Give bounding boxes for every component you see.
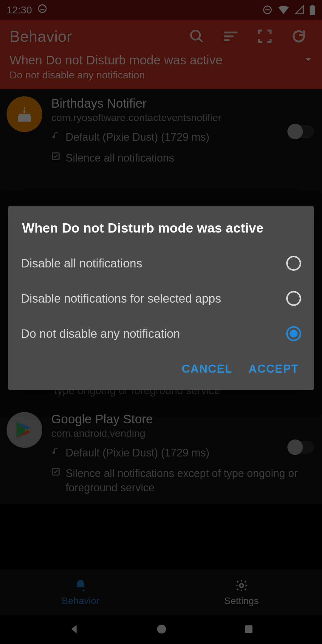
radio-unselected-icon [286, 256, 301, 271]
option-disable-all[interactable]: Disable all notifications [8, 246, 314, 281]
radio-selected-icon [286, 326, 301, 341]
accept-button[interactable]: ACCEPT [249, 363, 299, 375]
dnd-dialog: When Do not Disturb mode was active Disa… [8, 206, 314, 390]
cancel-button[interactable]: CANCEL [182, 363, 232, 375]
radio-unselected-icon [286, 291, 301, 306]
option-disable-selected[interactable]: Disable notifications for selected apps [8, 281, 314, 316]
option-label: Disable notifications for selected apps [21, 292, 286, 305]
option-label: Do not disable any notification [21, 327, 286, 340]
option-do-not-disable[interactable]: Do not disable any notification [8, 316, 314, 351]
option-label: Disable all notifications [21, 257, 286, 270]
dialog-title: When Do not Disturb mode was active [8, 206, 314, 246]
